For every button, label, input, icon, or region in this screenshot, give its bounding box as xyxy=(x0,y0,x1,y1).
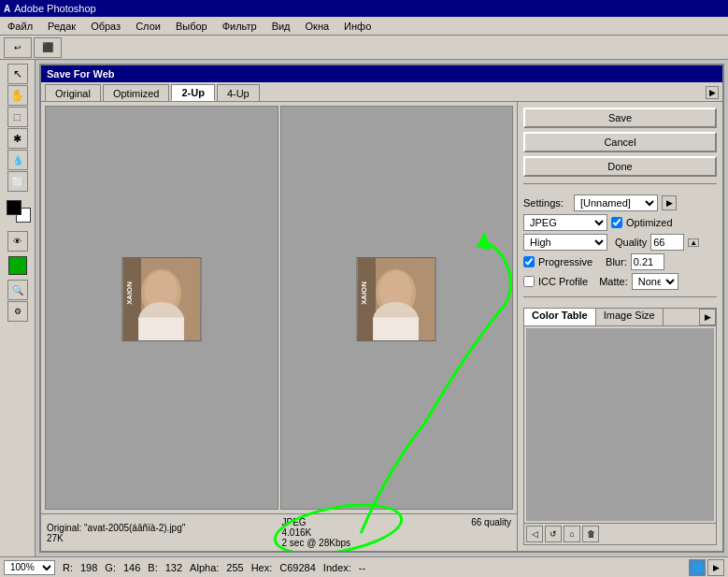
browser-icon[interactable]: 🌐 xyxy=(689,559,706,576)
quality-input[interactable]: 66 xyxy=(650,234,684,251)
tool-zoom[interactable]: 🔍 xyxy=(7,280,28,300)
svg-rect-13 xyxy=(373,318,419,340)
quality-spinner-up[interactable]: ▲ xyxy=(688,238,699,247)
blur-input[interactable]: 0.21 xyxy=(631,253,664,270)
color-table-content xyxy=(526,328,714,521)
tool-arrow[interactable]: ↖ xyxy=(7,64,28,84)
hex-label: Hex: xyxy=(251,562,273,573)
quality-preset-select[interactable]: High xyxy=(523,234,607,251)
app-title-bar: A Adobe Photoshop xyxy=(0,0,728,17)
quality-label: Quality xyxy=(615,237,647,248)
menu-image[interactable]: Образ xyxy=(87,20,124,33)
zoom-control: 100% xyxy=(4,560,55,575)
tab-2up[interactable]: 2-Up xyxy=(171,84,214,101)
optimized-checkbox[interactable] xyxy=(611,217,622,228)
settings-row: Settings: [Unnamed] ▶ xyxy=(523,195,717,211)
alpha-label: Alpha: xyxy=(190,562,219,573)
tool-eyedropper[interactable]: 💧 xyxy=(7,150,28,170)
icc-label: ICC Profile xyxy=(538,276,588,287)
menu-info[interactable]: Инфо xyxy=(340,20,375,33)
dialog-title: Save For Web xyxy=(41,65,722,82)
panel-options-btn[interactable]: ▶ xyxy=(699,309,716,325)
preview-panels: XAION xyxy=(41,102,517,513)
bottom-panel: Color Table Image Size ▶ ◁ ↺ ⌂ 🗑 xyxy=(523,308,717,545)
image-size-tab[interactable]: Image Size xyxy=(596,309,664,325)
settings-options-btn[interactable]: ▶ xyxy=(662,195,677,210)
g-value: 146 xyxy=(123,562,140,573)
menu-layers[interactable]: Слои xyxy=(132,20,164,33)
icc-profile-row: ICC Profile Matte: None xyxy=(523,273,717,290)
settings-select[interactable]: [Unnamed] xyxy=(574,195,658,211)
preview-info-left: Original: "avat-2005(áâñïà-2).jpg" 27K xyxy=(47,523,277,543)
menu-filter[interactable]: Фильтр xyxy=(219,20,261,33)
preview-info-right: JPEG 66 quality 4.016K 2 sec @ 28Kbps xyxy=(282,517,512,548)
menu-windows[interactable]: Окна xyxy=(302,20,334,33)
settings-group: Settings: [Unnamed] ▶ JPEG Optimized xyxy=(523,195,717,290)
menu-view[interactable]: Вид xyxy=(268,20,294,33)
menu-file[interactable]: Файл xyxy=(4,20,36,33)
g-label: G: xyxy=(105,562,116,573)
preview-info: Original: "avat-2005(áâñïà-2).jpg" 27K J… xyxy=(41,513,517,551)
toolbox: ↖ ✋ ⬚ ✱ 💧 ⬜ 👁 🔍 ⚙ xyxy=(0,60,36,556)
bottom-panel-tabs: Color Table Image Size ▶ xyxy=(524,309,716,326)
separator-1 xyxy=(523,183,717,184)
progressive-label: Progressive xyxy=(538,256,592,267)
settings-label: Settings: xyxy=(523,197,570,209)
preview-area: XAION xyxy=(41,102,517,551)
scroll-right-btn[interactable]: ▶ xyxy=(706,86,719,99)
r-value: 198 xyxy=(80,562,97,573)
app-title: Adobe Photoshop xyxy=(14,3,95,14)
matte-label: Matte: xyxy=(599,276,628,287)
color-green xyxy=(8,256,27,275)
preview-panel-optimized: XAION xyxy=(280,106,514,510)
alpha-value: 255 xyxy=(226,562,243,573)
menu-select[interactable]: Выбор xyxy=(172,20,211,33)
bt-btn-4[interactable]: 🗑 xyxy=(582,526,599,542)
optimized-format: JPEG xyxy=(282,517,307,527)
tool-preview[interactable]: 👁 xyxy=(7,231,28,252)
tool-hand[interactable]: ✋ xyxy=(7,85,28,106)
main-area: ↖ ✋ ⬚ ✱ 💧 ⬜ 👁 🔍 ⚙ Save For Web Original … xyxy=(0,60,728,556)
optimized-image: XAION xyxy=(357,257,436,341)
color-fg[interactable] xyxy=(7,200,21,215)
tool-magic-wand[interactable]: ✱ xyxy=(7,128,28,149)
index-label: Index: xyxy=(323,562,351,573)
preview-panel-original: XAION xyxy=(45,106,278,510)
b-label: B: xyxy=(148,562,157,573)
status-bar: 100% R: 198 G: 146 B: 132 Alpha: 255 Hex… xyxy=(0,556,728,577)
tool-crop[interactable]: ⬜ xyxy=(7,171,28,192)
tab-4up[interactable]: 4-Up xyxy=(217,84,260,101)
original-image: XAION xyxy=(121,257,201,341)
tool-extra[interactable]: ⚙ xyxy=(7,301,28,322)
status-arrow[interactable]: ▶ xyxy=(707,559,724,576)
bt-btn-3[interactable]: ⌂ xyxy=(564,526,580,542)
dialog-tabs: Original Optimized 2-Up 4-Up ▶ xyxy=(41,82,722,102)
original-info-text: Original: "avat-2005(áâñïà-2).jpg" xyxy=(47,523,277,533)
save-for-web-dialog: Save For Web Original Optimized 2-Up 4-U… xyxy=(39,64,724,553)
index-value: -- xyxy=(359,562,365,573)
done-button[interactable]: Done xyxy=(523,156,717,177)
tab-original[interactable]: Original xyxy=(45,84,101,101)
save-button[interactable]: Save xyxy=(523,108,717,128)
optimized-size: 4.016K xyxy=(282,527,512,538)
menu-bar: Файл Редак Образ Слои Выбор Фильтр Вид О… xyxy=(0,17,728,36)
app-icon: A xyxy=(4,4,10,14)
toolbar-btn-2[interactable]: ⬛ xyxy=(34,37,62,58)
format-select[interactable]: JPEG xyxy=(523,214,607,231)
bt-btn-2[interactable]: ↺ xyxy=(545,526,562,542)
cancel-button[interactable]: Cancel xyxy=(523,132,717,152)
quality-preset-row: High Quality 66 ▲ xyxy=(523,234,717,251)
tool-slice[interactable]: ⬚ xyxy=(7,107,28,127)
icc-checkbox[interactable] xyxy=(523,276,535,287)
zoom-select[interactable]: 100% xyxy=(4,560,55,575)
toolbar-btn-1[interactable]: ↩ xyxy=(4,37,32,58)
tab-optimized[interactable]: Optimized xyxy=(103,84,170,101)
bt-btn-1[interactable]: ◁ xyxy=(526,526,543,542)
matte-select[interactable]: None xyxy=(632,273,678,290)
color-table-tab[interactable]: Color Table xyxy=(524,309,596,325)
progressive-checkbox[interactable] xyxy=(523,256,535,267)
b-value: 132 xyxy=(165,562,182,573)
menu-edit[interactable]: Редак xyxy=(44,20,79,33)
dialog-body: XAION xyxy=(41,102,722,551)
r-label: R: xyxy=(63,562,73,573)
